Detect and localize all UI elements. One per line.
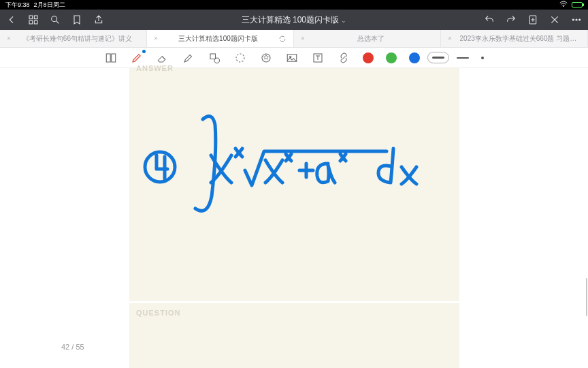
question-card[interactable]: QUESTION xyxy=(129,303,459,368)
svg-point-13 xyxy=(214,58,220,63)
svg-point-5 xyxy=(52,16,57,22)
tab-0[interactable]: × 《考研长难句66句精讲与速记》讲义 xyxy=(0,30,147,47)
color-red[interactable] xyxy=(363,52,374,63)
text-tool-icon[interactable] xyxy=(311,51,325,65)
stroke-width-medium[interactable] xyxy=(432,57,444,59)
grid-icon[interactable] xyxy=(27,14,39,26)
color-blue[interactable] xyxy=(409,52,420,63)
link-tool-icon[interactable] xyxy=(337,51,350,65)
lasso-tool-icon[interactable] xyxy=(233,51,247,65)
eraser-tool-icon[interactable] xyxy=(156,51,169,65)
handwriting-content xyxy=(129,68,459,301)
add-page-icon[interactable] xyxy=(527,14,539,26)
image-tool-icon[interactable] xyxy=(285,51,299,65)
status-bar: 下午9:38 2月8日周二 xyxy=(0,0,588,10)
status-time: 下午9:38 xyxy=(5,1,30,10)
tab-close-icon[interactable]: × xyxy=(7,35,11,42)
stamp-tool-icon[interactable] xyxy=(259,51,273,65)
tab-1[interactable]: × 三大计算精选100题闪卡版 xyxy=(147,30,294,47)
svg-point-17 xyxy=(290,56,291,57)
page-frame[interactable]: ANSWER xyxy=(129,68,459,368)
tab-label: 三大计算精选100题闪卡版 xyxy=(162,34,274,44)
redo-icon[interactable] xyxy=(505,14,517,26)
top-nav: 三大计算精选 100题闪卡版 ⌄ xyxy=(0,10,588,30)
svg-point-14 xyxy=(236,54,244,62)
search-icon[interactable] xyxy=(49,14,61,26)
svg-point-19 xyxy=(145,152,175,182)
tab-strip: × 《考研长难句66句精讲与速记》讲义 × 三大计算精选100题闪卡版 × 总选… xyxy=(0,30,588,48)
stroke-width-tiny[interactable] xyxy=(481,57,484,59)
tab-label: 2023李永乐数学基础过关660题 习题… xyxy=(456,34,581,44)
color-green[interactable] xyxy=(386,52,397,63)
svg-rect-3 xyxy=(29,20,33,24)
read-mode-icon[interactable] xyxy=(104,51,118,65)
svg-point-8 xyxy=(576,19,577,20)
wifi-icon xyxy=(559,1,568,9)
workspace: ANSWER xyxy=(0,68,588,368)
question-label: QUESTION xyxy=(136,309,180,317)
tab-label: 总选本了 xyxy=(309,34,434,44)
svg-point-0 xyxy=(563,6,564,7)
svg-point-7 xyxy=(572,19,574,20)
highlighter-tool-icon[interactable] xyxy=(182,51,195,65)
svg-rect-10 xyxy=(106,54,110,62)
svg-rect-12 xyxy=(210,54,216,59)
tab-sync-icon xyxy=(278,35,287,43)
tab-label: 《考研长难句66句精讲与速记》讲义 xyxy=(15,34,140,44)
scrollbar[interactable] xyxy=(586,278,587,316)
page-counter: 42 / 55 xyxy=(61,343,84,351)
svg-rect-11 xyxy=(112,54,116,62)
battery-icon xyxy=(572,2,583,7)
share-icon[interactable] xyxy=(93,14,105,26)
svg-rect-4 xyxy=(34,20,37,24)
status-date: 2月8日周二 xyxy=(34,1,65,10)
close-icon[interactable] xyxy=(549,14,561,26)
tab-close-icon[interactable]: × xyxy=(154,35,158,42)
back-icon[interactable] xyxy=(5,14,18,26)
document-title[interactable]: 三大计算精选 100题闪卡版 ⌄ xyxy=(114,14,474,26)
stroke-width-thin[interactable] xyxy=(457,57,469,59)
tab-2[interactable]: × 总选本了 xyxy=(294,30,441,47)
svg-rect-1 xyxy=(29,16,33,19)
undo-icon[interactable] xyxy=(483,14,495,26)
bookmark-icon[interactable] xyxy=(71,14,83,26)
tab-3[interactable]: × 2023李永乐数学基础过关660题 习题… xyxy=(441,30,588,47)
svg-point-9 xyxy=(579,19,581,20)
tab-close-icon[interactable]: × xyxy=(301,35,305,42)
svg-rect-2 xyxy=(34,16,37,19)
shape-tool-icon[interactable] xyxy=(208,51,221,65)
pen-tool-icon[interactable] xyxy=(130,51,144,65)
more-icon[interactable] xyxy=(570,14,583,26)
tab-close-icon[interactable]: × xyxy=(448,35,452,42)
tool-strip xyxy=(0,48,588,68)
answer-card[interactable]: ANSWER xyxy=(129,68,459,301)
